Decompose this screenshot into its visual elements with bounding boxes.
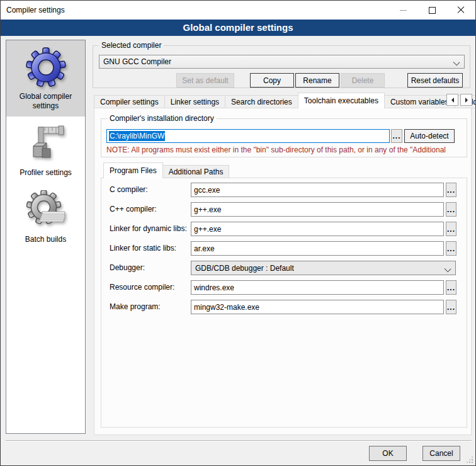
maximize-icon xyxy=(429,7,436,14)
blue-gear-icon xyxy=(26,47,66,88)
tab-custom-variables[interactable]: Custom variables xyxy=(384,95,455,108)
chevron-down-icon xyxy=(453,59,460,66)
sidebar-item-label: Global compiler settings xyxy=(9,92,82,111)
make-program-browse-button[interactable]: ... xyxy=(446,300,456,314)
sidebar-item-label: Profiler settings xyxy=(20,168,72,178)
subtab-program-files[interactable]: Program Files xyxy=(103,162,163,178)
cpp-compiler-input[interactable] xyxy=(191,202,444,217)
note-text: NOTE: All programs must exist either in … xyxy=(106,145,463,154)
ok-button[interactable]: OK xyxy=(369,446,407,461)
resource-compiler-label: Resource compiler: xyxy=(110,280,174,295)
c-compiler-label: C compiler: xyxy=(110,183,148,197)
debugger-select-value: GDB/CDB debugger : Default xyxy=(195,264,294,273)
installation-directory-group-label: Compiler's installation directory xyxy=(107,114,217,123)
browse-directory-button[interactable]: ... xyxy=(391,129,402,143)
close-button[interactable] xyxy=(446,1,475,20)
set-as-default-button[interactable]: Set as default xyxy=(176,73,234,88)
maximize-button[interactable] xyxy=(417,1,446,20)
cpp-compiler-label: C++ compiler: xyxy=(110,202,157,217)
compiler-select[interactable]: GNU GCC Compiler xyxy=(99,55,465,69)
caliper-icon xyxy=(26,123,66,164)
delete-button[interactable]: Delete xyxy=(341,73,385,88)
c-compiler-browse-button[interactable]: ... xyxy=(446,183,456,197)
compiler-select-value: GNU GCC Compiler xyxy=(103,57,171,66)
tab-scroll-right-button[interactable] xyxy=(460,94,472,106)
tab-scroll-left-button[interactable] xyxy=(446,94,458,106)
make-program-label: Make program: xyxy=(110,300,161,314)
chevron-down-icon xyxy=(445,266,451,273)
gray-gear-stack-icon xyxy=(26,190,66,230)
resource-compiler-input[interactable] xyxy=(191,280,444,295)
sub-tab-strip: Program Files Additional Paths xyxy=(103,162,229,178)
footer-divider xyxy=(6,440,472,441)
resize-grip-icon[interactable] xyxy=(467,457,473,463)
debugger-select[interactable]: GDB/CDB debugger : Default xyxy=(191,261,456,275)
installation-directory-input[interactable]: C:\raylib\MinGW xyxy=(106,129,390,143)
sidebar-item-profiler-settings[interactable]: Profiler settings xyxy=(6,116,85,183)
settings-category-list: Global compiler settings Profiler s xyxy=(6,40,86,434)
sidebar-item-label: Batch builds xyxy=(25,235,66,244)
sidebar-item-global-compiler-settings[interactable]: Global compiler settings xyxy=(6,40,85,116)
make-program-input[interactable] xyxy=(191,300,444,314)
page-title: Global compiler settings xyxy=(1,20,475,36)
main-tab-strip: Compiler settings Linker settings Search… xyxy=(94,93,476,108)
c-compiler-input[interactable] xyxy=(191,183,444,197)
tab-search-directories[interactable]: Search directories xyxy=(225,95,298,108)
linker-dynamic-label: Linker for dynamic libs: xyxy=(110,222,187,236)
linker-dynamic-browse-button[interactable]: ... xyxy=(446,222,456,236)
close-icon xyxy=(457,6,465,14)
minimize-button[interactable] xyxy=(388,1,417,20)
window-controls xyxy=(388,1,475,20)
reset-defaults-button[interactable]: Reset defaults xyxy=(407,73,463,88)
selected-compiler-group-label: Selected compiler xyxy=(99,41,164,50)
auto-detect-button[interactable]: Auto-detect xyxy=(404,129,455,143)
linker-static-label: Linker for static libs: xyxy=(110,241,176,256)
copy-button[interactable]: Copy xyxy=(250,73,294,88)
resource-compiler-browse-button[interactable]: ... xyxy=(446,280,456,295)
compiler-settings-dialog: Compiler settings Global compiler settin… xyxy=(0,0,476,466)
window-title: Compiler settings xyxy=(6,1,65,20)
linker-static-input[interactable] xyxy=(191,241,444,256)
linker-static-browse-button[interactable]: ... xyxy=(446,241,456,256)
program-files-page: C compiler: ... C++ compiler: ... Linker… xyxy=(101,178,467,428)
tab-toolchain-executables[interactable]: Toolchain executables xyxy=(298,93,385,108)
cpp-compiler-browse-button[interactable]: ... xyxy=(446,202,456,217)
debugger-label: Debugger: xyxy=(110,261,145,275)
installation-directory-selected-text: C:\raylib\MinGW xyxy=(109,131,165,141)
title-bar[interactable]: Compiler settings xyxy=(1,1,475,20)
tab-linker-settings[interactable]: Linker settings xyxy=(164,95,225,108)
tab-scroll-left-icon xyxy=(449,98,454,103)
linker-dynamic-input[interactable] xyxy=(191,222,444,236)
subtab-additional-paths[interactable]: Additional Paths xyxy=(162,165,230,178)
minimize-icon xyxy=(400,10,407,11)
tab-scroll-right-icon xyxy=(465,98,470,103)
cancel-button[interactable]: Cancel xyxy=(422,446,460,461)
rename-button[interactable]: Rename xyxy=(295,73,339,88)
sidebar-item-batch-builds[interactable]: Batch builds xyxy=(6,183,85,250)
tab-compiler-settings[interactable]: Compiler settings xyxy=(94,95,165,108)
